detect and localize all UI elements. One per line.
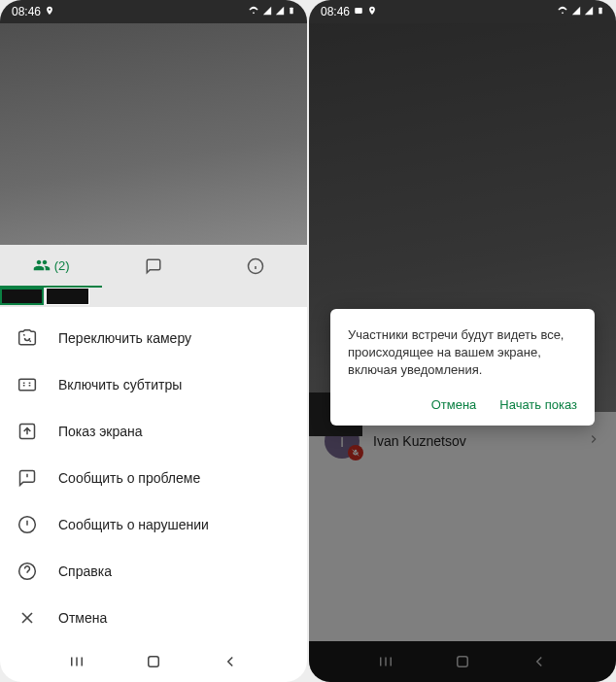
overflow-menu: Переключить камеру Включить субтитры Пок… bbox=[0, 307, 307, 641]
screen-left: 08:46 (2) Переключить ка bbox=[0, 0, 307, 682]
wifi-icon bbox=[557, 5, 568, 18]
svg-rect-4 bbox=[19, 379, 36, 391]
menu-share-screen[interactable]: Показ экрана bbox=[0, 408, 307, 455]
signal-icon bbox=[571, 5, 581, 18]
tab-participants[interactable]: (2) bbox=[0, 245, 102, 288]
report-problem-icon bbox=[17, 468, 37, 488]
svg-rect-19 bbox=[355, 8, 362, 14]
thumbnail-other[interactable] bbox=[46, 288, 89, 305]
nav-bar bbox=[0, 641, 307, 682]
nav-home[interactable] bbox=[452, 651, 473, 672]
tab-bar: (2) bbox=[0, 245, 307, 288]
screen-right: 08:46 I Ivan Kuznetsov Участники встреч bbox=[309, 0, 616, 682]
close-icon bbox=[17, 608, 37, 628]
status-bar: 08:46 bbox=[0, 0, 307, 23]
menu-help[interactable]: Справка bbox=[0, 548, 307, 595]
menu-report-problem[interactable]: Сообщить о проблеме bbox=[0, 455, 307, 501]
location-icon bbox=[45, 5, 54, 18]
video-area bbox=[0, 23, 307, 245]
dialog-start-button[interactable]: Начать показ bbox=[499, 397, 577, 412]
status-bar: 08:46 bbox=[309, 0, 616, 23]
nav-recents[interactable] bbox=[66, 651, 87, 672]
menu-cancel-label: Отмена bbox=[58, 610, 107, 626]
report-abuse-icon bbox=[17, 515, 37, 534]
nav-home[interactable] bbox=[143, 651, 164, 672]
svg-rect-25 bbox=[458, 657, 468, 667]
menu-switch-camera[interactable]: Переключить камеру bbox=[0, 315, 307, 361]
menu-report-problem-label: Сообщить о проблеме bbox=[58, 470, 200, 486]
switch-camera-icon bbox=[17, 328, 37, 348]
nav-back[interactable] bbox=[529, 651, 550, 672]
share-screen-icon bbox=[17, 422, 37, 441]
status-time: 08:46 bbox=[12, 5, 41, 18]
menu-help-label: Справка bbox=[58, 563, 112, 579]
signal-icon-2 bbox=[275, 5, 285, 18]
dialog-cancel-button[interactable]: Отмена bbox=[431, 397, 477, 412]
dialog-message: Участники встречи будут видеть все, прои… bbox=[348, 326, 577, 380]
signal-icon bbox=[262, 5, 272, 18]
tab-info[interactable] bbox=[205, 245, 307, 288]
menu-switch-camera-label: Переключить камеру bbox=[58, 330, 191, 346]
status-time: 08:46 bbox=[321, 5, 350, 18]
participant-name: Ivan Kuznetsov bbox=[373, 433, 573, 449]
wifi-icon bbox=[248, 5, 259, 18]
battery-icon bbox=[288, 5, 295, 19]
content-area: I Ivan Kuznetsov bbox=[309, 412, 616, 641]
menu-report-abuse-label: Сообщить о нарушении bbox=[58, 517, 209, 532]
nav-back[interactable] bbox=[220, 651, 241, 672]
nav-bar bbox=[309, 641, 616, 682]
menu-captions[interactable]: Включить субтитры bbox=[0, 361, 307, 408]
share-screen-dialog: Участники встречи будут видеть все, прои… bbox=[330, 309, 595, 426]
menu-share-screen-label: Показ экрана bbox=[58, 424, 143, 439]
svg-rect-18 bbox=[149, 657, 159, 667]
chevron-right-icon bbox=[587, 432, 600, 450]
menu-cancel[interactable]: Отмена bbox=[0, 595, 307, 641]
participants-count: (2) bbox=[54, 258, 70, 273]
location-icon bbox=[367, 5, 377, 18]
nav-recents[interactable] bbox=[375, 651, 396, 672]
thumb-row bbox=[0, 288, 307, 307]
battery-icon bbox=[597, 5, 604, 19]
screenshot-icon bbox=[354, 5, 363, 18]
svg-rect-20 bbox=[599, 7, 601, 14]
tab-chat[interactable] bbox=[102, 245, 204, 288]
mic-muted-icon bbox=[348, 445, 363, 460]
captions-icon bbox=[17, 375, 37, 394]
signal-icon-2 bbox=[584, 5, 594, 18]
thumbnail-self[interactable] bbox=[0, 288, 44, 305]
menu-captions-label: Включить субтитры bbox=[58, 377, 182, 392]
menu-report-abuse[interactable]: Сообщить о нарушении bbox=[0, 501, 307, 548]
svg-rect-0 bbox=[290, 7, 292, 14]
help-icon bbox=[17, 562, 37, 581]
